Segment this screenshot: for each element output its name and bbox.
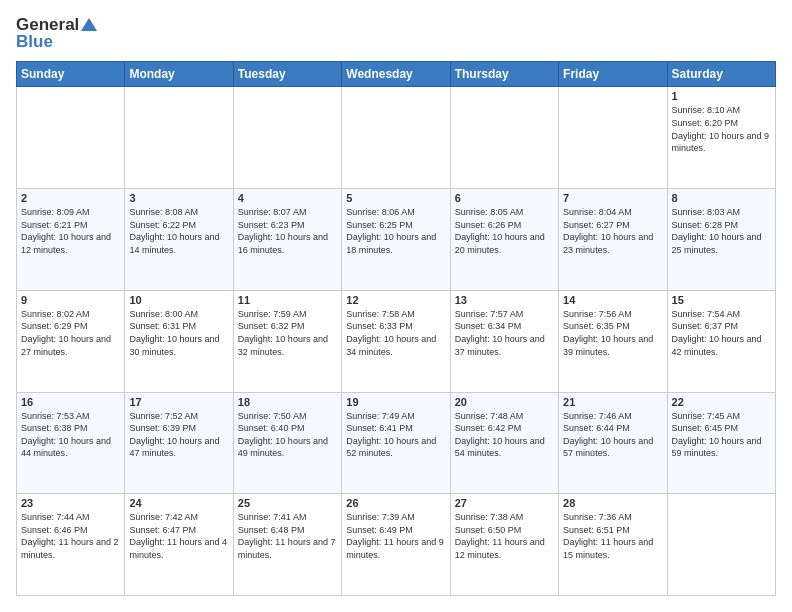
day-info: Sunrise: 7:58 AM Sunset: 6:33 PM Dayligh… xyxy=(346,308,445,358)
calendar-cell xyxy=(125,87,233,189)
calendar-cell: 18Sunrise: 7:50 AM Sunset: 6:40 PM Dayli… xyxy=(233,392,341,494)
day-number: 3 xyxy=(129,192,228,204)
calendar-cell: 5Sunrise: 8:06 AM Sunset: 6:25 PM Daylig… xyxy=(342,189,450,291)
day-info: Sunrise: 7:41 AM Sunset: 6:48 PM Dayligh… xyxy=(238,511,337,561)
calendar-cell xyxy=(17,87,125,189)
calendar-cell: 24Sunrise: 7:42 AM Sunset: 6:47 PM Dayli… xyxy=(125,494,233,596)
logo-blue-text: Blue xyxy=(16,33,97,52)
calendar-cell: 4Sunrise: 8:07 AM Sunset: 6:23 PM Daylig… xyxy=(233,189,341,291)
calendar-cell: 15Sunrise: 7:54 AM Sunset: 6:37 PM Dayli… xyxy=(667,290,775,392)
day-number: 13 xyxy=(455,294,554,306)
day-number: 11 xyxy=(238,294,337,306)
day-info: Sunrise: 7:53 AM Sunset: 6:38 PM Dayligh… xyxy=(21,410,120,460)
day-info: Sunrise: 7:57 AM Sunset: 6:34 PM Dayligh… xyxy=(455,308,554,358)
day-info: Sunrise: 7:39 AM Sunset: 6:49 PM Dayligh… xyxy=(346,511,445,561)
day-number: 14 xyxy=(563,294,662,306)
calendar-cell: 26Sunrise: 7:39 AM Sunset: 6:49 PM Dayli… xyxy=(342,494,450,596)
calendar-cell: 3Sunrise: 8:08 AM Sunset: 6:22 PM Daylig… xyxy=(125,189,233,291)
col-header-saturday: Saturday xyxy=(667,62,775,87)
day-info: Sunrise: 8:06 AM Sunset: 6:25 PM Dayligh… xyxy=(346,206,445,256)
calendar-cell: 17Sunrise: 7:52 AM Sunset: 6:39 PM Dayli… xyxy=(125,392,233,494)
day-number: 15 xyxy=(672,294,771,306)
calendar-cell: 21Sunrise: 7:46 AM Sunset: 6:44 PM Dayli… xyxy=(559,392,667,494)
calendar-cell xyxy=(342,87,450,189)
day-info: Sunrise: 7:48 AM Sunset: 6:42 PM Dayligh… xyxy=(455,410,554,460)
day-info: Sunrise: 8:00 AM Sunset: 6:31 PM Dayligh… xyxy=(129,308,228,358)
day-number: 28 xyxy=(563,497,662,509)
calendar-cell xyxy=(233,87,341,189)
day-info: Sunrise: 8:03 AM Sunset: 6:28 PM Dayligh… xyxy=(672,206,771,256)
calendar-table: SundayMondayTuesdayWednesdayThursdayFrid… xyxy=(16,61,776,596)
day-info: Sunrise: 7:56 AM Sunset: 6:35 PM Dayligh… xyxy=(563,308,662,358)
day-number: 2 xyxy=(21,192,120,204)
calendar-cell: 1Sunrise: 8:10 AM Sunset: 6:20 PM Daylig… xyxy=(667,87,775,189)
day-info: Sunrise: 7:59 AM Sunset: 6:32 PM Dayligh… xyxy=(238,308,337,358)
calendar-cell: 12Sunrise: 7:58 AM Sunset: 6:33 PM Dayli… xyxy=(342,290,450,392)
calendar-cell xyxy=(559,87,667,189)
day-number: 7 xyxy=(563,192,662,204)
day-number: 8 xyxy=(672,192,771,204)
calendar-cell xyxy=(667,494,775,596)
logo-container: General Blue xyxy=(16,16,97,51)
calendar-header-row: SundayMondayTuesdayWednesdayThursdayFrid… xyxy=(17,62,776,87)
col-header-thursday: Thursday xyxy=(450,62,558,87)
day-number: 6 xyxy=(455,192,554,204)
day-info: Sunrise: 8:08 AM Sunset: 6:22 PM Dayligh… xyxy=(129,206,228,256)
calendar-week-4: 23Sunrise: 7:44 AM Sunset: 6:46 PM Dayli… xyxy=(17,494,776,596)
col-header-sunday: Sunday xyxy=(17,62,125,87)
day-number: 24 xyxy=(129,497,228,509)
day-info: Sunrise: 7:52 AM Sunset: 6:39 PM Dayligh… xyxy=(129,410,228,460)
calendar-cell: 25Sunrise: 7:41 AM Sunset: 6:48 PM Dayli… xyxy=(233,494,341,596)
day-info: Sunrise: 7:36 AM Sunset: 6:51 PM Dayligh… xyxy=(563,511,662,561)
day-number: 20 xyxy=(455,396,554,408)
day-info: Sunrise: 7:54 AM Sunset: 6:37 PM Dayligh… xyxy=(672,308,771,358)
day-number: 26 xyxy=(346,497,445,509)
day-info: Sunrise: 7:46 AM Sunset: 6:44 PM Dayligh… xyxy=(563,410,662,460)
calendar-cell: 10Sunrise: 8:00 AM Sunset: 6:31 PM Dayli… xyxy=(125,290,233,392)
calendar-cell: 7Sunrise: 8:04 AM Sunset: 6:27 PM Daylig… xyxy=(559,189,667,291)
col-header-wednesday: Wednesday xyxy=(342,62,450,87)
day-info: Sunrise: 8:02 AM Sunset: 6:29 PM Dayligh… xyxy=(21,308,120,358)
calendar-cell: 16Sunrise: 7:53 AM Sunset: 6:38 PM Dayli… xyxy=(17,392,125,494)
day-info: Sunrise: 8:09 AM Sunset: 6:21 PM Dayligh… xyxy=(21,206,120,256)
calendar-cell: 13Sunrise: 7:57 AM Sunset: 6:34 PM Dayli… xyxy=(450,290,558,392)
col-header-monday: Monday xyxy=(125,62,233,87)
calendar-cell: 23Sunrise: 7:44 AM Sunset: 6:46 PM Dayli… xyxy=(17,494,125,596)
page: General Blue SundayMondayTuesdayWednesda… xyxy=(0,0,792,612)
day-number: 22 xyxy=(672,396,771,408)
day-number: 18 xyxy=(238,396,337,408)
calendar-cell: 14Sunrise: 7:56 AM Sunset: 6:35 PM Dayli… xyxy=(559,290,667,392)
calendar-cell: 28Sunrise: 7:36 AM Sunset: 6:51 PM Dayli… xyxy=(559,494,667,596)
day-info: Sunrise: 8:05 AM Sunset: 6:26 PM Dayligh… xyxy=(455,206,554,256)
day-info: Sunrise: 8:10 AM Sunset: 6:20 PM Dayligh… xyxy=(672,104,771,154)
day-number: 27 xyxy=(455,497,554,509)
calendar-cell: 27Sunrise: 7:38 AM Sunset: 6:50 PM Dayli… xyxy=(450,494,558,596)
day-number: 21 xyxy=(563,396,662,408)
day-number: 12 xyxy=(346,294,445,306)
header: General Blue xyxy=(16,16,776,51)
logo-bird-icon xyxy=(81,17,97,33)
day-info: Sunrise: 7:44 AM Sunset: 6:46 PM Dayligh… xyxy=(21,511,120,561)
calendar-week-2: 9Sunrise: 8:02 AM Sunset: 6:29 PM Daylig… xyxy=(17,290,776,392)
day-number: 1 xyxy=(672,90,771,102)
day-number: 16 xyxy=(21,396,120,408)
day-number: 25 xyxy=(238,497,337,509)
calendar-cell: 19Sunrise: 7:49 AM Sunset: 6:41 PM Dayli… xyxy=(342,392,450,494)
day-info: Sunrise: 7:50 AM Sunset: 6:40 PM Dayligh… xyxy=(238,410,337,460)
day-number: 9 xyxy=(21,294,120,306)
calendar-week-3: 16Sunrise: 7:53 AM Sunset: 6:38 PM Dayli… xyxy=(17,392,776,494)
day-info: Sunrise: 7:42 AM Sunset: 6:47 PM Dayligh… xyxy=(129,511,228,561)
svg-marker-0 xyxy=(81,18,97,31)
calendar-week-0: 1Sunrise: 8:10 AM Sunset: 6:20 PM Daylig… xyxy=(17,87,776,189)
calendar-week-1: 2Sunrise: 8:09 AM Sunset: 6:21 PM Daylig… xyxy=(17,189,776,291)
calendar-cell: 8Sunrise: 8:03 AM Sunset: 6:28 PM Daylig… xyxy=(667,189,775,291)
calendar-cell: 6Sunrise: 8:05 AM Sunset: 6:26 PM Daylig… xyxy=(450,189,558,291)
day-number: 17 xyxy=(129,396,228,408)
day-info: Sunrise: 7:38 AM Sunset: 6:50 PM Dayligh… xyxy=(455,511,554,561)
calendar-cell: 2Sunrise: 8:09 AM Sunset: 6:21 PM Daylig… xyxy=(17,189,125,291)
day-number: 10 xyxy=(129,294,228,306)
logo: General Blue xyxy=(16,16,97,51)
calendar-cell xyxy=(450,87,558,189)
calendar-cell: 9Sunrise: 8:02 AM Sunset: 6:29 PM Daylig… xyxy=(17,290,125,392)
day-info: Sunrise: 7:49 AM Sunset: 6:41 PM Dayligh… xyxy=(346,410,445,460)
